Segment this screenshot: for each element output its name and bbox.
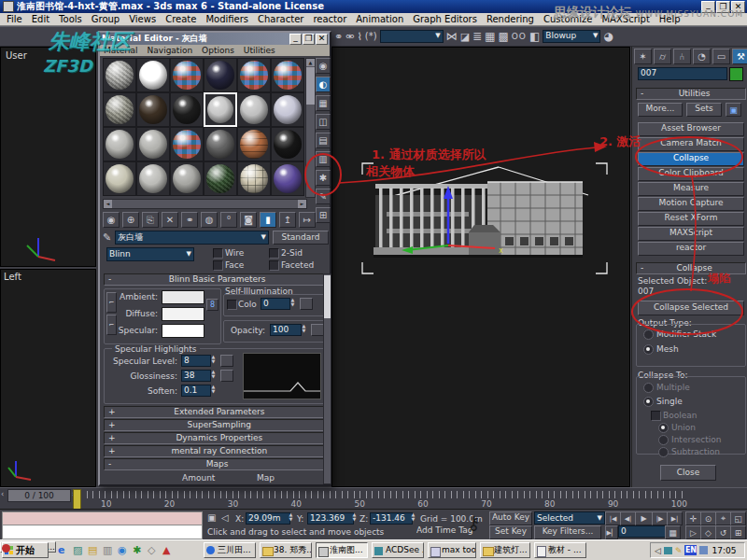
close-button[interactable]: ✕ — [316, 34, 328, 45]
material-sample[interactable] — [204, 58, 237, 92]
material-sample[interactable] — [271, 127, 304, 161]
menu-tools[interactable]: Tools — [54, 13, 87, 25]
self-illum-color-checkbox[interactable] — [227, 300, 237, 310]
menu-utilities[interactable]: Utilities — [244, 46, 275, 55]
sample-vscrollbar[interactable]: ▲ — [305, 58, 316, 198]
task-button[interactable]: 三川田... — [204, 542, 256, 558]
maximize-button[interactable]: ❐ — [303, 34, 315, 45]
menu-material[interactable]: Material — [104, 46, 138, 55]
shortcut-override-icon[interactable]: (*) — [365, 32, 377, 41]
select-and-link-icon[interactable]: ⚭ — [334, 32, 343, 42]
tray-app-icon[interactable] — [699, 546, 708, 554]
eyedropper-icon[interactable]: ✎ — [103, 232, 111, 243]
rollout-maps[interactable]: -Maps — [104, 458, 324, 470]
wire-checkbox[interactable] — [213, 248, 223, 259]
video-color-check-icon[interactable]: ▤ — [316, 133, 331, 148]
x-coordinate-field[interactable]: 29.09m — [246, 512, 290, 525]
go-parent-icon[interactable]: ↥ — [279, 212, 296, 228]
quicklaunch-ie-icon[interactable]: e — [58, 544, 64, 556]
material-sample[interactable] — [271, 92, 304, 127]
material-sample[interactable] — [103, 127, 136, 161]
selection-lock-icon[interactable]: ▣ — [207, 513, 216, 523]
backlight-icon[interactable]: ◐ — [316, 77, 331, 92]
material-navigator-icon[interactable]: ⊞ — [316, 207, 331, 223]
quicklaunch-acrobat-icon[interactable]: ▲ — [162, 544, 170, 556]
rollout-mental-ray[interactable]: +mental ray Connection — [104, 445, 324, 457]
tab-display[interactable]: ▭ — [712, 49, 730, 64]
material-sample[interactable] — [103, 161, 136, 196]
field-of-view-icon[interactable]: ◱ — [730, 511, 746, 525]
opacity-spinner[interactable]: ▲▼ — [300, 324, 308, 333]
select-by-material-icon[interactable]: ✎ — [316, 189, 331, 204]
glossiness-spinner[interactable]: ▲▼ — [209, 370, 218, 379]
material-sample[interactable] — [103, 58, 136, 92]
sample-hscrollbar[interactable]: ◄ ► — [103, 199, 307, 209]
assign-material-icon[interactable]: ⎘ — [142, 212, 159, 228]
render-elements-icon[interactable]: OO — [512, 33, 527, 41]
menu-graph-editors[interactable]: Graph Editors — [408, 13, 482, 25]
task-button[interactable]: 教材 - ... — [534, 542, 586, 558]
make-unique-icon[interactable]: ⚭ — [181, 212, 198, 228]
render-type-dropdown[interactable]: Blowup▼ — [543, 30, 600, 43]
self-illum-map-button[interactable] — [300, 298, 313, 310]
menu-navigation[interactable]: Navigation — [148, 46, 193, 55]
x-spinner[interactable]: ▲▼ — [287, 512, 295, 522]
tab-create[interactable]: ✶ — [634, 49, 652, 64]
show-map-icon[interactable]: ◙ — [240, 212, 257, 228]
align-icon[interactable]: ◪ — [460, 32, 470, 42]
multiple-radio[interactable] — [643, 383, 654, 393]
material-sample[interactable] — [136, 58, 170, 92]
reset-map-icon[interactable]: ✕ — [162, 212, 178, 228]
specular-level-map-button[interactable] — [220, 355, 233, 367]
maximize-viewport-icon[interactable]: ⊞ — [730, 525, 746, 539]
collapse-button[interactable]: Collapse — [638, 152, 744, 166]
menu-reactor[interactable]: reactor — [308, 13, 351, 25]
pan-hand-icon[interactable]: ◇ — [700, 525, 716, 539]
prev-key-icon[interactable]: ◀| — [620, 511, 636, 525]
sample-tiling-icon[interactable]: ◫ — [316, 114, 331, 130]
color-clipboard-button[interactable]: Color Clipboard — [638, 167, 744, 181]
task-button[interactable]: 建筑灯... — [480, 542, 530, 558]
quicklaunch-desktop-icon[interactable]: ▨ — [73, 544, 82, 556]
ambient-color-swatch[interactable] — [162, 290, 204, 304]
quicklaunch-media-icon[interactable]: ▥ — [103, 544, 112, 556]
self-illum-value[interactable]: 0 — [261, 298, 290, 310]
maxscript-mini-listener-pink[interactable] — [2, 511, 203, 525]
go-to-start-icon[interactable]: |◀ — [605, 511, 621, 525]
time-ruler[interactable] — [75, 491, 686, 498]
quicklaunch-green-icon[interactable]: ✱ — [133, 544, 141, 556]
background-icon[interactable]: ▦ — [316, 95, 331, 111]
menu-create[interactable]: Create — [161, 13, 201, 25]
z-coordinate-field[interactable]: -131.46 — [370, 512, 413, 525]
schematic-view-icon[interactable]: ▩ — [498, 31, 508, 42]
time-config-icon[interactable]: ▦ — [665, 525, 681, 539]
rollout-dynamics-properties[interactable]: +Dynamics Properties — [104, 432, 324, 444]
opacity-value[interactable]: 100 — [270, 324, 302, 336]
selection-filter-dropdown[interactable]: ▼ — [380, 30, 444, 43]
menu-file[interactable]: File — [2, 13, 27, 25]
reset-xform-button[interactable]: Reset XForm — [638, 212, 744, 226]
rollout-utilities[interactable]: -Utilities — [636, 88, 746, 100]
tab-utilities[interactable]: ⚒ — [732, 49, 747, 64]
viewport-user[interactable]: User — [0, 47, 96, 267]
next-key-icon[interactable]: |▶ — [652, 511, 668, 525]
unlink-icon[interactable]: ⚮ — [345, 32, 354, 42]
material-sample[interactable] — [271, 161, 304, 196]
more-button[interactable]: More... — [638, 103, 683, 117]
collapse-selected-button[interactable]: Collapse Selected — [638, 301, 744, 315]
menu-views[interactable]: Views — [124, 13, 161, 25]
material-editor-titlebar[interactable]: Material Editor - 灰白墙 _ ❐ ✕ — [100, 33, 330, 45]
language-indicator[interactable]: EN — [684, 545, 697, 555]
tab-hierarchy[interactable]: ⑃ — [673, 49, 691, 64]
face-map-checkbox[interactable] — [213, 260, 223, 271]
shader-dropdown[interactable]: Blinn▼ — [106, 247, 194, 261]
material-sample[interactable] — [237, 161, 271, 196]
ambient-diffuse-lock-icon[interactable]: ⌐ — [106, 292, 117, 313]
object-color-swatch[interactable] — [729, 67, 743, 81]
pan-icon[interactable]: ▷ — [685, 525, 701, 539]
next-frame-icon[interactable]: ▶▏ — [605, 525, 618, 539]
put-to-library-icon[interactable]: ◍ — [201, 212, 218, 228]
menu-animation[interactable]: Animation — [351, 13, 408, 25]
task-button[interactable]: ACDSee ... — [372, 542, 424, 558]
time-slider[interactable] — [73, 489, 81, 510]
